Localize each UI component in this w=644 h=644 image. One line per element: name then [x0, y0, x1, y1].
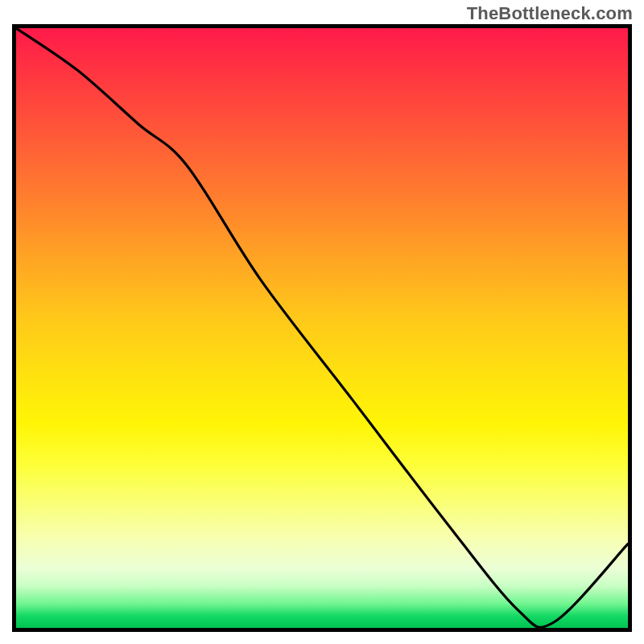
watermark-text: TheBottleneck.com [467, 3, 633, 24]
plot-area [12, 24, 632, 632]
bottleneck-curve [16, 28, 628, 627]
chart-container: TheBottleneck.com [0, 0, 644, 644]
curve-svg [16, 28, 628, 628]
